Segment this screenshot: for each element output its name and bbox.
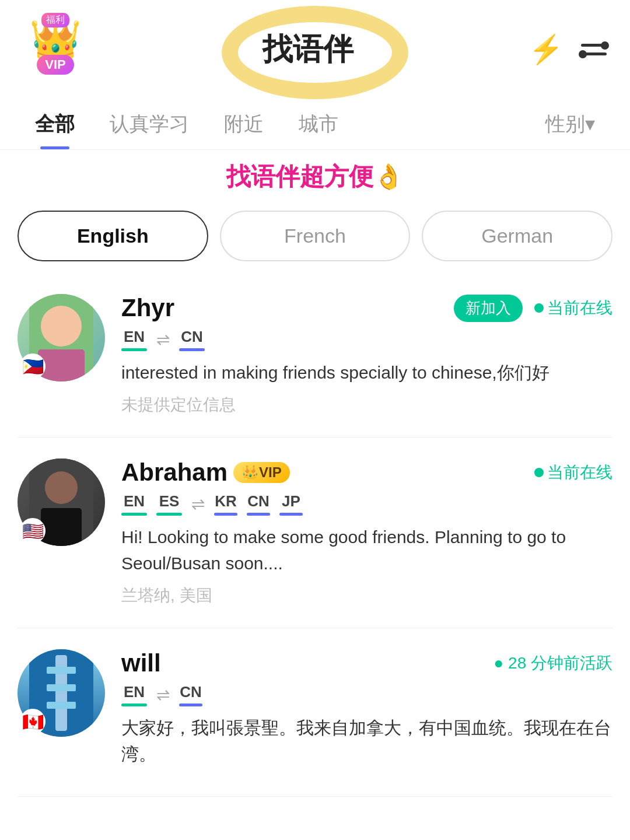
lang-bar-en2 (121, 513, 147, 516)
lang-code-cn: CN (181, 328, 203, 346)
svg-point-4 (45, 471, 78, 504)
tab-gender[interactable]: 性别▾ (528, 99, 612, 149)
header-right-zhyr: 新加入 当前在线 (454, 295, 612, 322)
avatar-wrap-zhyr: 🇵🇭 (18, 294, 105, 382)
lang-code-es: ES (159, 492, 180, 510)
fukuli-label: 福利 (41, 13, 69, 27)
user-list: 🇵🇭 Zhyr 新加入 当前在线 EN (0, 273, 630, 797)
user-header-zhyr: Zhyr 新加入 当前在线 (121, 294, 612, 322)
user-card-zhyr[interactable]: 🇵🇭 Zhyr 新加入 当前在线 EN (18, 273, 612, 438)
lang-en-will: EN (121, 683, 147, 706)
lang-filter: English French German (0, 199, 630, 273)
lang-btn-english[interactable]: English (18, 211, 208, 261)
promo-banner: 找语伴超方便👌 (0, 150, 630, 199)
username-abraham: Abraham (121, 459, 228, 487)
lang-arrow-will: ⇌ (156, 685, 170, 705)
header: 👑 福利 VIP 找语伴 ⚡ (0, 0, 630, 93)
active-time-will: ● 28 分钟前活跃 (494, 652, 612, 674)
user-info-will: will ● 28 分钟前活跃 EN ⇌ CN 大家好，我叫張景聖。我来自加拿大… (121, 649, 612, 775)
lang-code-kr: KR (215, 492, 237, 510)
user-info-zhyr: Zhyr 新加入 当前在线 EN ⇌ CN (121, 294, 612, 416)
lang-row-zhyr: EN ⇌ CN (121, 328, 612, 351)
svg-rect-10 (47, 702, 76, 709)
svg-rect-5 (41, 508, 82, 546)
lang-kr-abraham: KR (214, 492, 237, 516)
flag-us: 🇺🇸 (20, 518, 46, 544)
svg-rect-9 (47, 684, 76, 691)
bio-will: 大家好，我叫張景聖。我来自加拿大，有中国血统。我现在在台湾。 (121, 715, 612, 767)
username-will: will (121, 649, 161, 677)
lang-bar-kr (214, 513, 237, 516)
vip-badge-abraham: 👑VIP (233, 462, 290, 483)
online-dot-abraham (534, 468, 544, 477)
lang-code-en2: EN (124, 492, 145, 510)
avatar-wrap-abraham: 🇺🇸 (18, 459, 105, 546)
header-icons: ⚡ (528, 33, 607, 66)
promo-text: 找语伴超方便👌 (226, 163, 404, 190)
online-status-zhyr: 当前在线 (534, 297, 612, 319)
lang-es-abraham: ES (156, 492, 182, 516)
lang-row-abraham: EN ES ⇌ KR CN JP (121, 492, 612, 516)
bio-zhyr: interested in making friends specially t… (121, 359, 612, 386)
lang-arrow-zhyr: ⇌ (156, 330, 170, 349)
location-abraham: 兰塔纳, 美国 (121, 584, 612, 607)
settings-icon[interactable] (581, 44, 607, 55)
lang-en-zhyr: EN (121, 328, 147, 351)
new-badge-zhyr: 新加入 (454, 295, 523, 322)
lang-code-jp: JP (282, 492, 300, 510)
lang-code-en3: EN (124, 683, 145, 701)
tab-nearby[interactable]: 附近 (206, 99, 281, 149)
flag-ph: 🇵🇭 (20, 354, 46, 379)
lang-btn-french[interactable]: French (220, 211, 411, 261)
lightning-icon[interactable]: ⚡ (528, 33, 564, 66)
user-header-will: will ● 28 分钟前活跃 (121, 649, 612, 677)
lang-bar-cn (179, 348, 205, 351)
lang-en-abraham: EN (121, 492, 147, 516)
user-header-abraham: Abraham 👑VIP 当前在线 (121, 459, 612, 487)
svg-rect-7 (55, 655, 67, 731)
lang-cn-will: CN (179, 683, 202, 706)
lang-cn-abraham: CN (247, 492, 270, 516)
lang-code-cn2: CN (247, 492, 270, 510)
lang-row-will: EN ⇌ CN (121, 683, 612, 706)
lang-bar-cn2 (247, 513, 270, 516)
online-dot-zhyr (534, 303, 544, 313)
bio-abraham: Hi! Looking to make some good friends. P… (121, 524, 612, 576)
nav-tabs: 全部 认真学习 附近 城市 性别▾ (0, 99, 630, 150)
vip-label: VIP (37, 55, 74, 75)
user-info-abraham: Abraham 👑VIP 当前在线 EN ES ⇌ (121, 459, 612, 607)
lang-btn-german[interactable]: German (422, 211, 612, 261)
lang-bar-es (156, 513, 182, 516)
avatar-wrap-will: 🇨🇦 (18, 649, 105, 737)
lang-bar-cn3 (179, 704, 202, 706)
lang-bar-jp (279, 513, 303, 516)
lang-code-en: EN (124, 328, 145, 346)
lang-cn-zhyr: CN (179, 328, 205, 351)
lang-bar-en (121, 348, 147, 351)
tab-serious[interactable]: 认真学习 (92, 99, 206, 149)
lang-bar-en3 (121, 704, 147, 706)
lang-jp-abraham: JP (279, 492, 303, 516)
username-zhyr: Zhyr (121, 294, 174, 322)
name-row-zhyr: Zhyr (121, 294, 174, 322)
name-row-abraham: Abraham 👑VIP (121, 459, 290, 487)
location-zhyr: 未提供定位信息 (121, 394, 612, 416)
online-status-abraham: 当前在线 (534, 461, 612, 484)
user-card-abraham[interactable]: 🇺🇸 Abraham 👑VIP 当前在线 EN ES (18, 438, 612, 628)
tab-city[interactable]: 城市 (281, 99, 356, 149)
vip-badge[interactable]: 👑 福利 VIP (23, 18, 88, 82)
svg-point-1 (41, 306, 82, 346)
tab-all[interactable]: 全部 (18, 99, 92, 149)
lang-code-cn3: CN (180, 683, 202, 701)
flag-ca: 🇨🇦 (20, 709, 46, 734)
svg-rect-8 (47, 667, 76, 674)
user-card-will[interactable]: 🇨🇦 will ● 28 分钟前活跃 EN ⇌ CN 大家好，我叫張景聖。我来自… (18, 628, 612, 797)
lang-arrow-abraham: ⇌ (191, 495, 205, 514)
ring-decoration (222, 6, 408, 99)
